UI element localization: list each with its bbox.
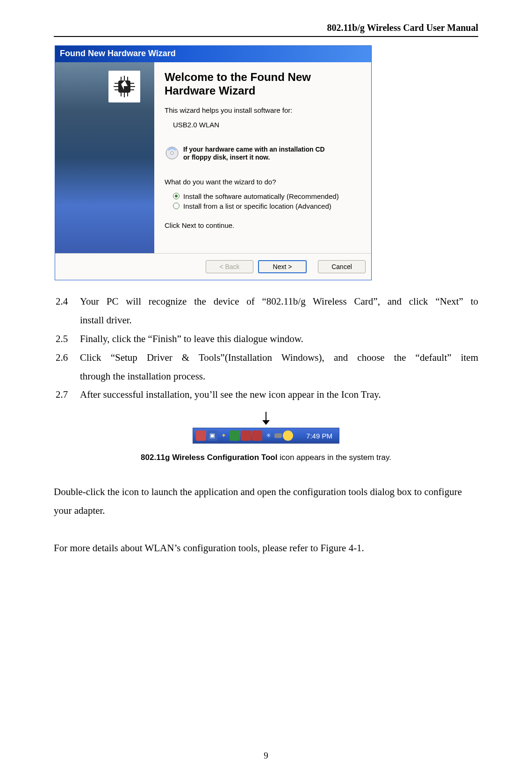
radio-install-specific[interactable]: Install from a list or specific location… xyxy=(173,202,363,210)
page-number: 9 xyxy=(0,751,532,761)
tray-icon xyxy=(230,430,240,441)
installation-cd-icon xyxy=(165,146,180,160)
radio-install-auto[interactable]: Install the software automatically (Reco… xyxy=(173,192,363,200)
radio-unchecked-icon xyxy=(173,203,180,209)
doc-header: 802.11b/g Wireless Card User Manual xyxy=(54,22,478,33)
cancel-button[interactable]: Cancel xyxy=(318,260,366,273)
radio-checked-icon xyxy=(173,193,180,199)
tray-icon: ✦ xyxy=(218,430,229,441)
step-text: After successful installation, you’ll se… xyxy=(80,386,478,404)
svg-point-14 xyxy=(171,152,173,154)
step-text: Your PC will recognize the device of “80… xyxy=(80,292,478,311)
system-tray: ▣ ✦ ✳ 7:49 PM xyxy=(193,428,339,444)
arrow-down-icon xyxy=(262,412,270,426)
step-text: Finally, click the “Finish” to leave thi… xyxy=(80,330,478,349)
hardware-chip-icon xyxy=(108,71,140,102)
wizard-question: What do you want the wizard to do? xyxy=(165,178,363,186)
step-text-cont: install driver. xyxy=(80,311,478,330)
tray-icon xyxy=(196,430,206,441)
next-button[interactable]: Next > xyxy=(258,260,307,273)
tray-icon: ✳ xyxy=(263,430,273,441)
wizard-subtitle: This wizard helps you install software f… xyxy=(165,106,363,114)
step-number: 2.7 xyxy=(54,386,80,404)
wireless-config-tray-icon[interactable] xyxy=(283,430,293,441)
wizard-sidebar-graphic xyxy=(55,62,154,253)
step-number: 2.5 xyxy=(54,330,80,349)
back-button: < Back xyxy=(206,260,253,273)
body-paragraph: Double-click the icon to launch the appl… xyxy=(54,483,478,520)
body-paragraph: For more details about WLAN’s configurat… xyxy=(54,539,478,558)
step-text: Click “Setup Driver & Tools”(Installatio… xyxy=(80,349,478,367)
tray-icon: ▣ xyxy=(207,430,217,441)
header-rule xyxy=(54,36,478,37)
tray-icon xyxy=(274,433,282,438)
wizard-dialog: Found New Hardware Wizard xyxy=(55,45,372,280)
radio-install-specific-label: Install from a list or specific location… xyxy=(183,202,331,210)
tray-icon xyxy=(241,430,251,441)
step-number: 2.4 xyxy=(54,292,80,311)
tray-icon xyxy=(252,430,262,441)
radio-install-auto-label: Install the software automatically (Reco… xyxy=(183,192,339,200)
wizard-device-name: USB2.0 WLAN xyxy=(173,121,363,129)
tray-clock: 7:49 PM xyxy=(300,428,339,443)
step-text-cont: through the installation process. xyxy=(80,367,478,386)
step-number: 2.6 xyxy=(54,349,80,367)
wizard-continue-text: Click Next to continue. xyxy=(165,221,363,229)
wizard-cd-hint: If your hardware came with an installati… xyxy=(183,146,325,162)
wizard-titlebar: Found New Hardware Wizard xyxy=(55,46,371,62)
figure-caption: 802.11g Wireless Configuration Tool icon… xyxy=(54,453,478,462)
wizard-heading: Welcome to the Found New Hardware Wizard xyxy=(165,71,363,98)
